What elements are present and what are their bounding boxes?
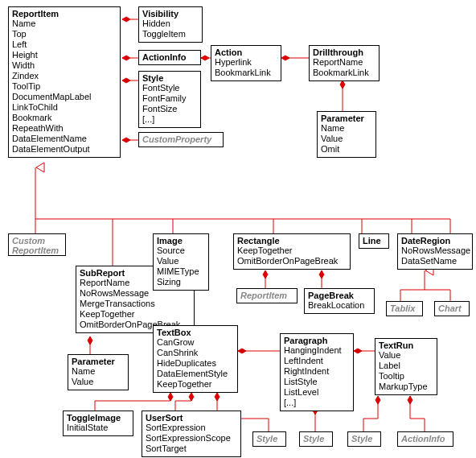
class-rectangle: Rectangle KeepTogetherOmitBorderOnPageBr… [233, 233, 351, 270]
class-title: ToggleImage [64, 411, 133, 423]
class-title: TextBox [154, 326, 237, 337]
class-textbox: TextBox CanGrowCanShrinkHideDuplicatesDa… [153, 325, 238, 393]
class-customproperty: CustomProperty [138, 132, 224, 147]
class-actioninfo-ghost: ActionInfo [397, 431, 453, 447]
class-attrs: NameValue [68, 366, 128, 390]
class-attrs: ValueLabelTooltipMarkupType [375, 350, 437, 394]
class-title: Tablix [387, 302, 422, 316]
class-textrun: TextRun ValueLabelTooltipMarkupType [375, 338, 437, 395]
class-title: Drillthrough [310, 46, 379, 57]
class-attrs: KeepTogetherOmitBorderOnPageBreak [234, 246, 350, 269]
class-customreportitem: CustomReportItem [8, 233, 66, 256]
class-attrs: NoRowsMessageDataSetName [398, 246, 472, 269]
class-paragraph: Paragraph HangingIndentLeftIndentRightIn… [280, 333, 354, 411]
class-title: Parameter [68, 355, 128, 366]
class-visibility: Visibility HiddenToggleItem [138, 6, 203, 43]
class-line: Line [359, 233, 389, 249]
class-title: Style [300, 432, 332, 446]
class-title: ActionInfo [139, 51, 200, 64]
class-tablix: Tablix [386, 301, 423, 316]
class-parameter-drill: Parameter NameValueOmit [317, 111, 376, 158]
class-title: PageBreak [305, 289, 374, 300]
class-title: Line [359, 234, 388, 248]
class-title: Image [154, 234, 208, 246]
class-title: Visibility [139, 7, 202, 19]
class-title: Parameter [318, 112, 375, 123]
class-dateregion: DateRegion NoRowsMessageDataSetName [397, 233, 473, 270]
class-attrs: NameValueOmit [318, 123, 375, 157]
class-image: Image SourceValueMIMETypeSizing [153, 233, 209, 291]
class-title: Style [139, 72, 200, 83]
class-style-ghost-3: Style [347, 431, 381, 447]
class-title: ReportItem [9, 7, 120, 19]
class-style-ghost-1: Style [252, 431, 286, 447]
class-title: ReportItem [237, 289, 297, 303]
class-attrs: NameTopLeftHeightWidthZindexToolTipDocum… [9, 19, 120, 157]
class-title: CustomReportItem [9, 234, 65, 255]
class-attrs: BreakLocation [305, 300, 374, 313]
class-title: UserSort [142, 411, 240, 423]
class-action: Action HyperlinkBookmarkLink [211, 45, 281, 81]
class-title: Action [211, 46, 281, 57]
class-attrs: SourceValueMIMETypeSizing [154, 246, 208, 290]
class-reportitem: ReportItem NameTopLeftHeightWidthZindexT… [8, 6, 121, 158]
class-title: Paragraph [281, 334, 353, 345]
class-title: ActionInfo [398, 432, 453, 446]
class-title: Style [253, 432, 285, 446]
class-toggleimage: ToggleImage InitialState [63, 411, 133, 436]
class-actioninfo: ActionInfo [138, 50, 201, 65]
class-style-ghost-2: Style [299, 431, 333, 447]
class-chart: Chart [434, 301, 470, 316]
class-attrs: HyperlinkBookmarkLink [211, 57, 281, 80]
class-title: Chart [435, 302, 469, 316]
class-usersort: UserSort SortExpressionSortExpressionSco… [142, 411, 241, 457]
class-title: Rectangle [234, 234, 350, 246]
class-attrs: HiddenToggleItem [139, 19, 202, 42]
class-attrs: FontStyleFontFamilyFontSize[...] [139, 83, 200, 127]
class-attrs: CanGrowCanShrinkHideDuplicatesDataElemen… [154, 337, 237, 392]
class-style: Style FontStyleFontFamilyFontSize[...] [138, 71, 201, 128]
class-attrs: InitialState [64, 423, 133, 435]
class-title: DateRegion [398, 234, 472, 246]
class-reportitem-ghost: ReportItem [236, 288, 298, 303]
class-title: CustomProperty [139, 133, 223, 146]
class-pagebreak: PageBreak BreakLocation [304, 288, 375, 314]
class-attrs: HangingIndentLeftIndentRightIndentListSt… [281, 345, 353, 411]
class-title: Style [348, 432, 380, 446]
class-parameter-sub: Parameter NameValue [68, 354, 129, 390]
class-drillthrough: Drillthrough ReportNameBookmarkLink [309, 45, 380, 81]
class-attrs: ReportNameBookmarkLink [310, 57, 379, 80]
class-attrs: SortExpressionSortExpressionScopeSortTar… [142, 423, 240, 456]
class-title: TextRun [375, 339, 437, 350]
